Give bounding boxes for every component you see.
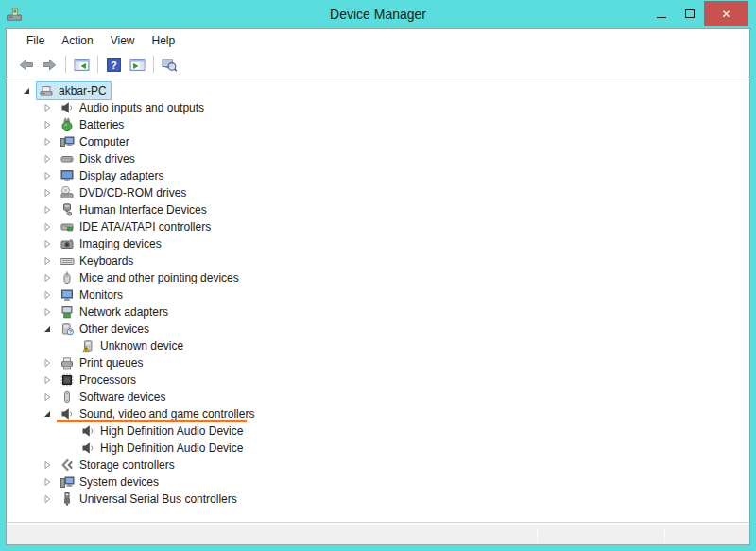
tree-item-print-queues[interactable]: Print queues [7,354,749,371]
menu-help[interactable]: Help [144,30,184,51]
minimize-icon [657,17,666,18]
keyboard-icon [60,253,75,268]
item-box: Storage controllers [58,456,179,474]
menu-file[interactable]: File [18,30,53,51]
expander-collapsed-icon[interactable] [43,491,58,508]
expander-collapsed-icon[interactable] [43,286,58,303]
svg-text:?: ? [68,329,72,335]
tree-item-audio-inputs-and-outputs[interactable]: Audio inputs and outputs [7,99,749,116]
expander-collapsed-icon[interactable] [43,456,58,474]
expander-collapsed-icon[interactable] [43,99,58,116]
tree-item-monitors[interactable]: Monitors [7,286,749,303]
unknown-device-warning-icon [80,338,95,353]
expander-collapsed-icon[interactable] [43,184,58,201]
tree-item-computer[interactable]: Computer [7,133,749,150]
tree-item-unknown-device[interactable]: Unknown device [7,337,749,354]
item-box: Computer [58,133,133,150]
tree-item-high-definition-audio-device[interactable]: High Definition Audio Device [7,439,749,456]
expander-collapsed-icon[interactable] [43,150,58,167]
tree-item-label: Other devices [79,322,151,336]
show-hide-action-pane-button[interactable] [126,54,149,76]
item-box: Processors [58,371,140,388]
arrow-left-icon [18,57,34,73]
window-controls: ✕ [647,1,748,26]
tree-item-high-definition-audio-device[interactable]: High Definition Audio Device [7,422,749,439]
title-bar[interactable]: Device Manager ✕ [0,0,756,28]
item-box: Universal Serial Bus controllers [58,491,241,508]
expander-collapsed-icon[interactable] [43,354,58,371]
tree-item-mice-and-other-pointing-devices[interactable]: Mice and other pointing devices [7,269,749,286]
scan-hardware-icon [162,57,178,73]
menu-view[interactable]: View [102,30,144,51]
tree-item-dvd-cd-rom-drives[interactable]: DVD/CD-ROM drives [7,184,749,201]
tree-item-system-devices[interactable]: System devices [7,474,749,491]
computer-icon [60,134,75,149]
speaker-icon [80,440,95,456]
device-manager-icon [6,6,23,23]
expander-expanded-icon[interactable] [22,82,37,99]
expander-spacer [63,439,78,456]
expander-collapsed-icon[interactable] [43,474,58,491]
tree-item-storage-controllers[interactable]: Storage controllers [7,456,749,474]
close-button[interactable]: ✕ [704,1,748,26]
tree-item-label: akbar-PC [59,84,109,97]
maximize-button[interactable] [676,1,704,26]
toolbar: ? [7,52,749,77]
scan-for-hardware-changes-button[interactable] [158,54,181,76]
expander-collapsed-icon[interactable] [43,167,58,184]
expander-collapsed-icon[interactable] [43,388,58,405]
expander-collapsed-icon[interactable] [43,371,58,388]
tree-item-label: Unknown device [100,339,185,353]
device-manager-window: Device Manager ✕ FileActionViewHelp ? ak… [0,0,756,551]
display-adapter-icon [60,168,75,183]
expander-collapsed-icon[interactable] [43,303,58,320]
svg-text:?: ? [111,59,117,70]
tree-item-software-devices[interactable]: Software devices [7,388,749,405]
tree-item-universal-serial-bus-controllers[interactable]: Universal Serial Bus controllers [7,491,749,508]
expander-expanded-icon[interactable] [43,320,58,337]
tree-item-label: Mice and other pointing devices [79,271,241,284]
expander-collapsed-icon[interactable] [43,269,58,286]
tree-item-processors[interactable]: Processors [7,371,749,388]
item-box: Human Interface Devices [58,201,211,218]
tree-item-display-adapters[interactable]: Display adapters [7,167,749,184]
toolbar-separator [153,56,154,73]
imaging-device-icon [60,236,75,251]
tree-item-akbar-pc[interactable]: akbar-PC [7,82,749,99]
tree-item-human-interface-devices[interactable]: Human Interface Devices [7,201,749,218]
expander-collapsed-icon[interactable] [43,116,58,133]
expander-expanded-icon[interactable] [43,405,58,422]
minimize-button[interactable] [647,1,676,26]
help-icon: ? [106,57,122,73]
tree-item-ide-ata-atapi-controllers[interactable]: IDE ATA/ATAPI controllers [7,218,749,235]
tree-item-label: System devices [79,475,161,489]
tree-item-label: Sound, video and game controllers [79,407,256,421]
expander-collapsed-icon[interactable] [43,201,58,218]
speaker-icon [80,423,95,439]
menu-action[interactable]: Action [53,30,101,51]
tree-item-imaging-devices[interactable]: Imaging devices [7,235,749,252]
network-adapter-icon [60,304,75,319]
back-button[interactable] [14,54,38,76]
tree-item-batteries[interactable]: Batteries [7,116,749,133]
tree-item-keyboards[interactable]: Keyboards [7,252,749,269]
tree-item-label: Print queues [79,356,145,370]
tree-item-sound-video-and-game-controllers[interactable]: Sound, video and game controllers [7,405,749,422]
show-hide-console-tree-button[interactable] [70,54,94,76]
tree-item-network-adapters[interactable]: Network adapters [7,303,749,320]
tree-item-disk-drives[interactable]: Disk drives [7,150,749,167]
forward-button[interactable] [38,54,61,76]
help-button[interactable]: ? [102,54,126,76]
tree-item-other-devices[interactable]: ?Other devices [7,320,749,337]
tree-item-label: Keyboards [79,254,135,267]
mouse-icon [60,270,75,285]
expander-collapsed-icon[interactable] [43,252,58,269]
expander-collapsed-icon[interactable] [43,133,58,150]
expander-collapsed-icon[interactable] [43,235,58,252]
hid-icon [60,202,75,217]
tree-item-label: DVD/CD-ROM drives [79,186,188,199]
other-device-icon: ? [60,321,75,336]
printer-icon [60,355,75,370]
device-tree[interactable]: akbar-PCAudio inputs and outputsBatterie… [7,77,749,522]
expander-collapsed-icon[interactable] [43,218,58,235]
